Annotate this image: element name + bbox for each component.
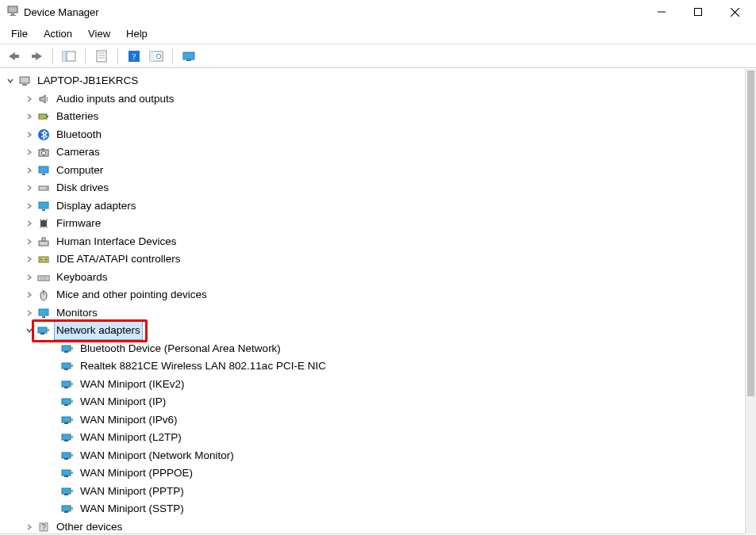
svg-text:?: ? bbox=[41, 523, 46, 532]
svg-rect-85 bbox=[64, 476, 68, 477]
svg-rect-71 bbox=[71, 383, 73, 385]
chevron-right-icon[interactable] bbox=[24, 147, 35, 158]
chevron-right-icon[interactable] bbox=[24, 94, 35, 105]
svg-rect-24 bbox=[186, 59, 191, 61]
chevron-right-icon[interactable] bbox=[24, 201, 35, 212]
device-item[interactable]: WAN Miniport (IP) bbox=[2, 393, 743, 411]
svg-rect-41 bbox=[40, 220, 47, 227]
category-firmware[interactable]: Firmware bbox=[2, 215, 743, 233]
device-item[interactable]: Bluetooth Device (Personal Area Network) bbox=[2, 340, 743, 358]
chevron-down-icon[interactable] bbox=[5, 75, 16, 86]
device-label: WAN Miniport (Network Monitor) bbox=[78, 446, 236, 465]
mouse-icon bbox=[36, 288, 51, 302]
close-button[interactable] bbox=[716, 0, 753, 24]
category-label: Bluetooth bbox=[54, 125, 104, 144]
show-hide-tree-button[interactable] bbox=[59, 47, 79, 66]
category-label: Other devices bbox=[54, 518, 125, 534]
chevron-right-icon[interactable] bbox=[24, 522, 35, 533]
properties-button[interactable] bbox=[92, 47, 111, 66]
device-label: WAN Miniport (PPTP) bbox=[78, 482, 186, 501]
svg-rect-65 bbox=[71, 347, 73, 350]
svg-rect-29 bbox=[47, 116, 48, 117]
title-bar: Device Manager bbox=[0, 0, 756, 24]
chevron-right-icon[interactable] bbox=[24, 129, 35, 140]
svg-rect-58 bbox=[39, 309, 48, 315]
disk-icon bbox=[36, 181, 51, 195]
devices-printers-button[interactable] bbox=[179, 47, 198, 66]
svg-rect-50 bbox=[39, 257, 48, 262]
menu-help[interactable]: Help bbox=[118, 25, 155, 42]
help-button[interactable]: ? bbox=[125, 47, 144, 66]
vertical-scrollbar[interactable] bbox=[745, 69, 756, 534]
category-network-adapters[interactable]: Network adapters bbox=[2, 322, 743, 340]
chevron-right-icon[interactable] bbox=[24, 236, 35, 247]
maximize-button[interactable] bbox=[680, 0, 716, 24]
category-cameras[interactable]: Cameras bbox=[2, 143, 743, 162]
menu-view[interactable]: View bbox=[80, 25, 118, 42]
category-monitors[interactable]: Monitors bbox=[2, 304, 743, 323]
svg-rect-12 bbox=[63, 52, 67, 61]
device-label: WAN Miniport (IKEv2) bbox=[78, 375, 187, 394]
chevron-right-icon[interactable] bbox=[24, 254, 35, 265]
chevron-right-icon[interactable] bbox=[24, 218, 35, 229]
svg-rect-10 bbox=[32, 55, 36, 58]
device-item[interactable]: WAN Miniport (PPTP) bbox=[2, 483, 743, 501]
chevron-down-icon[interactable] bbox=[24, 325, 35, 336]
chevron-right-icon[interactable] bbox=[24, 308, 35, 319]
menu-file[interactable]: File bbox=[3, 25, 36, 42]
chevron-right-icon[interactable] bbox=[24, 111, 35, 122]
device-item[interactable]: WAN Miniport (SSTP) bbox=[2, 500, 743, 518]
category-display-adapters[interactable]: Display adapters bbox=[2, 197, 743, 216]
minimize-button[interactable] bbox=[643, 0, 680, 24]
network-adapter-icon bbox=[60, 430, 75, 445]
category-label: Cameras bbox=[54, 143, 102, 162]
svg-rect-69 bbox=[62, 381, 71, 387]
category-audio-inputs-and-outputs[interactable]: Audio inputs and outputs bbox=[2, 90, 743, 109]
svg-point-30 bbox=[40, 117, 44, 120]
device-item[interactable]: WAN Miniport (PPPOE) bbox=[2, 464, 743, 483]
category-mice-and-other-pointing-devices[interactable]: Mice and other pointing devices bbox=[2, 286, 743, 304]
chevron-right-icon[interactable] bbox=[24, 182, 35, 193]
device-label: Realtek 8821CE Wireless LAN 802.11ac PCI… bbox=[78, 357, 328, 376]
tree-root[interactable]: LAPTOP-JB1EKRCS bbox=[2, 72, 743, 90]
device-label: Bluetooth Device (Personal Area Network) bbox=[78, 339, 283, 358]
device-item[interactable]: WAN Miniport (Network Monitor) bbox=[2, 447, 743, 465]
svg-rect-60 bbox=[38, 327, 47, 333]
svg-text:?: ? bbox=[132, 52, 136, 61]
svg-rect-8 bbox=[15, 55, 19, 58]
svg-rect-74 bbox=[71, 400, 73, 403]
device-item[interactable]: WAN Miniport (IPv6) bbox=[2, 411, 743, 430]
category-computer[interactable]: Computer bbox=[2, 162, 743, 180]
category-human-interface-devices[interactable]: Human Interface Devices bbox=[2, 233, 743, 251]
device-item[interactable]: Realtek 8821CE Wireless LAN 802.11ac PCI… bbox=[2, 357, 743, 376]
svg-marker-27 bbox=[40, 95, 45, 103]
chevron-right-icon[interactable] bbox=[24, 289, 35, 300]
device-item[interactable]: WAN Miniport (L2TP) bbox=[2, 429, 743, 447]
svg-point-33 bbox=[42, 151, 46, 155]
device-item[interactable]: WAN Miniport (IKEv2) bbox=[2, 376, 743, 394]
forward-button[interactable] bbox=[27, 47, 46, 66]
category-label: Firmware bbox=[54, 214, 103, 233]
device-label: WAN Miniport (PPPOE) bbox=[78, 464, 195, 483]
scrollbar-thumb[interactable] bbox=[747, 71, 754, 396]
menu-action[interactable]: Action bbox=[36, 25, 80, 42]
category-keyboards[interactable]: Keyboards bbox=[2, 269, 743, 287]
category-ide-ata-atapi-controllers[interactable]: IDE ATA/ATAPI controllers bbox=[2, 250, 743, 269]
category-batteries[interactable]: Batteries bbox=[2, 108, 743, 126]
device-tree[interactable]: LAPTOP-JB1EKRCS Audio inputs and outputs… bbox=[0, 69, 745, 534]
device-label: WAN Miniport (IPv6) bbox=[78, 411, 180, 430]
svg-rect-87 bbox=[62, 488, 71, 494]
category-other-devices[interactable]: ? Other devices bbox=[2, 518, 743, 535]
back-button[interactable] bbox=[5, 47, 24, 66]
chevron-right-icon[interactable] bbox=[24, 272, 35, 283]
category-disk-drives[interactable]: Disk drives bbox=[2, 179, 743, 197]
svg-rect-80 bbox=[71, 436, 73, 438]
scan-hardware-button[interactable] bbox=[147, 47, 166, 66]
svg-rect-78 bbox=[62, 434, 71, 440]
svg-rect-53 bbox=[38, 276, 49, 281]
category-bluetooth[interactable]: Bluetooth bbox=[2, 126, 743, 144]
camera-icon bbox=[36, 145, 51, 159]
monitor-icon bbox=[36, 306, 51, 320]
chevron-right-icon[interactable] bbox=[24, 165, 35, 176]
bluetooth-icon bbox=[36, 128, 51, 142]
